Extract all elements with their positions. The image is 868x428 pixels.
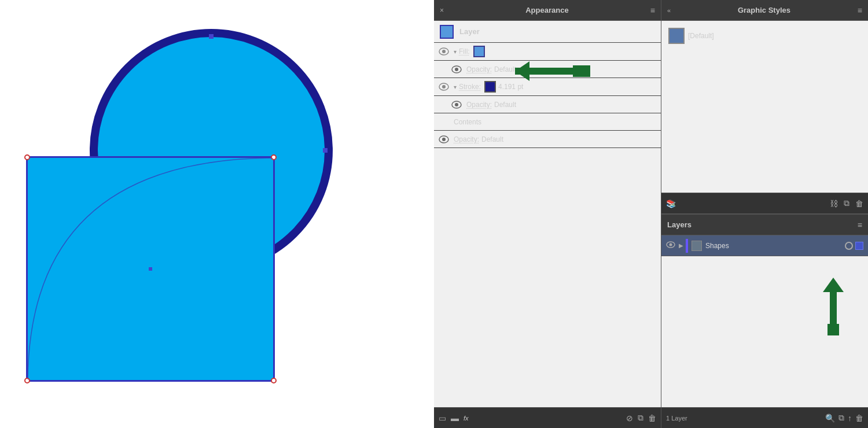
top-anchor: [209, 34, 214, 39]
svg-point-1: [442, 50, 446, 53]
delete-style-icon[interactable]: 🗑: [855, 199, 863, 208]
fill-expand-icon[interactable]: ▾: [454, 49, 457, 55]
stroke-expand-icon[interactable]: ▾: [454, 84, 457, 90]
fill-row[interactable]: ▾ Fill:: [434, 43, 661, 61]
contents-label: Contents: [454, 118, 481, 126]
appearance-content: Layer ▾ Fill: Opacity: Default: [434, 21, 661, 407]
stroke-row[interactable]: ▾ Stroke: 4.191 pt: [434, 78, 661, 96]
graphic-styles-title: Graphic Styles: [738, 6, 790, 14]
fill-label: Fill:: [459, 47, 470, 56]
appearance-title: Appearance: [525, 6, 568, 14]
fill-swatch[interactable]: [473, 46, 485, 57]
search-layers-icon[interactable]: 🔍: [825, 414, 835, 423]
stroke-opacity-label: Opacity:: [466, 101, 492, 109]
delete-layer-icon[interactable]: 🗑: [855, 414, 863, 423]
shapes-container: [14, 17, 420, 411]
shapes-layer-item[interactable]: ▶ Shapes: [661, 235, 868, 256]
layers-count: 1 Layer: [666, 415, 822, 422]
appearance-panel: × Appearance ≡ Layer ▾ Fill:: [434, 0, 661, 428]
contents-row: Contents: [434, 113, 661, 131]
shapes-layer-color-bar: [686, 239, 688, 253]
stroke-label: Stroke:: [459, 83, 481, 91]
global-opacity-row: Opacity: Default: [434, 131, 661, 148]
graphic-styles-toolbar: 📚 ⛓ ⧉ 🗑: [661, 193, 868, 213]
stroke-swatch[interactable]: [484, 81, 496, 93]
layers-title: Layers: [667, 220, 692, 229]
right-anchor: [323, 148, 328, 153]
fill-opacity-value: Default: [494, 65, 516, 73]
delete-icon[interactable]: 🗑: [648, 414, 656, 423]
default-style-name: [Default]: [688, 32, 714, 40]
layers-menu-icon[interactable]: ≡: [858, 220, 862, 230]
new-style-icon[interactable]: ⧉: [844, 198, 849, 208]
new-layer-icon[interactable]: ⧉: [838, 413, 844, 423]
layer-thumbnail: [440, 25, 454, 39]
svg-point-7: [455, 103, 458, 106]
shapes-layer-name: Shapes: [705, 242, 845, 250]
break-link-icon[interactable]: ⛓: [830, 199, 838, 208]
shapes-layer-eye-icon[interactable]: [666, 241, 675, 250]
layers-panel-header: Layers ≡: [661, 215, 868, 235]
stroke-opacity-eye-icon[interactable]: [451, 101, 462, 109]
stroke-opacity-value: Default: [494, 101, 516, 109]
appearance-menu-icon[interactable]: ≡: [650, 6, 655, 15]
add-stroke-icon[interactable]: ▬: [451, 414, 459, 423]
graphic-styles-header: « Graphic Styles ≡: [661, 0, 868, 21]
global-opacity-value: Default: [481, 135, 503, 143]
no-entry-icon[interactable]: ⊘: [626, 414, 633, 423]
svg-point-9: [442, 138, 446, 141]
shapes-layer-icon: [692, 241, 702, 251]
graphic-styles-menu-icon[interactable]: ≡: [858, 6, 862, 15]
stroke-opacity-row: Opacity: Default: [434, 96, 661, 113]
fill-opacity-row: Opacity: Default: [434, 61, 661, 78]
panels-row: × Appearance ≡ Layer ▾ Fill:: [434, 0, 868, 428]
fill-opacity-eye-icon[interactable]: [451, 65, 462, 73]
copy-icon[interactable]: ⧉: [638, 413, 643, 423]
appearance-panel-header: × Appearance ≡: [434, 0, 661, 21]
fx-icon[interactable]: fx: [464, 415, 469, 422]
arc-svg: [28, 158, 273, 380]
layers-toolbar: 1 Layer 🔍 ⧉ ↑ 🗑: [661, 407, 868, 428]
svg-point-3: [455, 68, 458, 71]
default-style-thumbnail: [668, 28, 685, 44]
add-rect-icon[interactable]: ▭: [439, 414, 446, 423]
library-icon[interactable]: 📚: [666, 199, 676, 208]
default-style-item[interactable]: [Default]: [666, 25, 863, 46]
canvas-area: [0, 0, 434, 428]
appearance-toolbar: ▭ ▬ fx ⊘ ⧉ 🗑: [434, 407, 661, 428]
stroke-eye-icon[interactable]: [439, 83, 449, 91]
shapes-layer-select[interactable]: [855, 242, 863, 250]
graphic-styles-content: [Default]: [661, 21, 868, 193]
move-to-icon[interactable]: ↑: [848, 414, 852, 423]
fill-eye-icon[interactable]: [439, 47, 449, 56]
graphic-styles-collapse-icon[interactable]: «: [667, 7, 671, 14]
appearance-close-icon[interactable]: ×: [440, 6, 444, 14]
rect-shape: [26, 156, 275, 382]
shapes-layer-target[interactable]: [845, 242, 853, 250]
shapes-layer-expand-icon[interactable]: ▶: [679, 242, 683, 249]
svg-point-11: [670, 243, 672, 246]
svg-point-5: [442, 85, 446, 88]
layers-panel: Layers ≡ ▶ Shapes 1 Layer 🔍: [661, 214, 868, 428]
graphic-styles-panel: « Graphic Styles ≡ [Default] 📚 ⛓ ⧉ 🗑: [661, 0, 868, 214]
stroke-value: 4.191 pt: [498, 83, 523, 91]
layer-name: Layer: [459, 27, 480, 36]
fill-opacity-label: Opacity:: [466, 65, 492, 73]
global-opacity-label: Opacity:: [454, 135, 479, 143]
layers-content: ▶ Shapes: [661, 235, 868, 407]
right-col: « Graphic Styles ≡ [Default] 📚 ⛓ ⧉ 🗑: [661, 0, 868, 428]
global-opacity-eye-icon[interactable]: [439, 135, 449, 143]
layer-row[interactable]: Layer: [434, 21, 661, 43]
